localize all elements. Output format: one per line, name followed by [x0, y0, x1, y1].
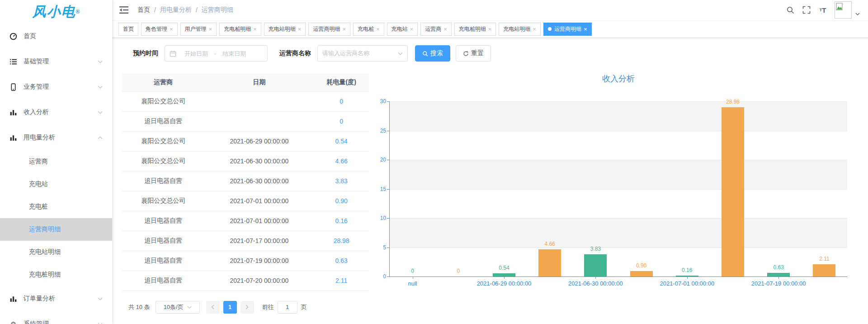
close-icon[interactable]: ×: [488, 26, 492, 32]
table-column-header: 日期: [204, 73, 314, 91]
close-icon[interactable]: ×: [170, 26, 173, 32]
refresh-icon: [463, 51, 469, 57]
sidebar-item-charging-station[interactable]: 充电站: [0, 173, 112, 195]
table-row: 追日电器自营2021-06-30 00:00:003.83: [122, 171, 369, 191]
fullscreen-icon[interactable]: [802, 5, 811, 14]
sidebar-item-electricity-analysis[interactable]: 用电量分析: [0, 125, 112, 150]
avatar[interactable]: [835, 1, 852, 19]
y-axis-line: [389, 101, 390, 276]
font-size-icon[interactable]: TT: [818, 5, 827, 14]
sidebar-item-home[interactable]: 首页: [0, 24, 112, 49]
reset-button[interactable]: 重置: [456, 45, 491, 62]
cell-operator: 追日电器自营: [122, 211, 204, 231]
table-row: 襄阳公交总公司0: [122, 91, 369, 111]
cell-operator: 追日电器自营: [122, 231, 204, 251]
cell-consumption[interactable]: 0.63: [314, 251, 369, 271]
close-icon[interactable]: ×: [253, 26, 257, 32]
close-icon[interactable]: ×: [209, 26, 212, 32]
chevron-down-icon: [98, 59, 103, 64]
x-axis-tick: [595, 276, 596, 279]
sidebar-item-station-detail[interactable]: 充电站明细: [0, 241, 112, 263]
next-page-button[interactable]: [241, 301, 254, 314]
bar: [630, 271, 653, 276]
cell-consumption[interactable]: 0: [314, 111, 369, 131]
tab-charging-pile[interactable]: 充电桩×: [353, 23, 384, 36]
cell-consumption[interactable]: 0.54: [314, 131, 369, 151]
close-icon[interactable]: ×: [410, 26, 414, 32]
sidebar-item-system-management[interactable]: 系统管理: [0, 311, 112, 324]
tab-role-management[interactable]: 角色管理×: [141, 23, 178, 36]
sidebar-item-revenue-analysis[interactable]: 收入分析: [0, 100, 112, 125]
chart-gridline: [390, 131, 847, 131]
cell-date: 2021-07-20 00:00:00: [204, 271, 314, 291]
x-axis-tick: [504, 276, 505, 279]
cell-consumption[interactable]: 2.11: [314, 271, 369, 291]
tab-label: 运营商明细: [313, 25, 340, 33]
search-icon[interactable]: [786, 5, 795, 14]
sidebar-item-operator[interactable]: 运营商: [0, 150, 112, 173]
page-size-select[interactable]: 10条/页: [156, 301, 200, 314]
search-button[interactable]: 搜索: [415, 45, 450, 62]
tab-home[interactable]: 首页: [118, 23, 138, 36]
page-number-button[interactable]: 1: [223, 301, 237, 314]
close-icon[interactable]: ×: [342, 26, 346, 32]
date-filter-label: 预约时间: [133, 49, 158, 57]
close-icon[interactable]: ×: [376, 26, 380, 32]
cell-consumption[interactable]: 3.83: [314, 171, 369, 191]
page-unit-label: 页: [301, 303, 307, 311]
cell-consumption[interactable]: 4.66: [314, 151, 369, 171]
breadcrumb-item-home[interactable]: 首页: [137, 6, 150, 14]
tab-charging-station[interactable]: 充电站×: [387, 23, 418, 36]
bar-value-label: 2.11: [802, 256, 847, 262]
tab-pile-detail-2[interactable]: 充电桩明细×: [454, 23, 496, 36]
sidebar-item-operator-detail[interactable]: 运营商明细: [0, 218, 112, 241]
close-icon[interactable]: ×: [443, 26, 447, 32]
tab-station-detail-2[interactable]: 充电站明细×: [499, 23, 541, 36]
tab-operator[interactable]: 运营商×: [420, 23, 452, 36]
sidebar-item-business-management[interactable]: 业务管理: [0, 74, 112, 100]
chart-split-band: [390, 218, 847, 248]
tab-station-detail-1[interactable]: 充电站明细×: [264, 23, 306, 36]
tab-operator-detail-1[interactable]: 运营商明细×: [308, 23, 350, 36]
cell-consumption[interactable]: 0.90: [314, 191, 369, 211]
cell-date: 2021-06-29 00:00:00: [204, 131, 314, 151]
date-range-picker[interactable]: -: [165, 45, 268, 62]
cell-operator: 襄阳公交总公司: [122, 131, 204, 151]
pagination-total: 共 10 条: [128, 303, 150, 311]
tab-operator-detail-2[interactable]: 运营商明细×: [543, 23, 592, 36]
close-icon[interactable]: ×: [298, 26, 302, 32]
cell-consumption[interactable]: 0: [314, 91, 369, 111]
chevron-down-icon: [98, 321, 103, 324]
prev-page-button[interactable]: [206, 301, 220, 314]
caret-down-icon[interactable]: [855, 9, 860, 17]
breadcrumb-item-electricity-analysis[interactable]: 用电量分析: [160, 6, 192, 14]
sidebar: 风小电® 首页基础管理业务管理收入分析用电量分析运营商充电站充电桩运营商明细充电…: [0, 0, 112, 324]
start-date-input[interactable]: [180, 50, 212, 57]
sidebar-item-pile-detail[interactable]: 充电桩明细: [0, 263, 112, 286]
chevron-up-icon: [98, 135, 103, 140]
tab-pile-detail-1[interactable]: 充电桩明细×: [219, 23, 261, 36]
pagination: 共 10 条 10条/页 1 前往: [128, 301, 369, 314]
goto-page-input[interactable]: [278, 301, 297, 314]
chevron-down-icon: [98, 296, 103, 301]
operator-name-select[interactable]: 请输入运营商名称: [317, 45, 408, 62]
sidebar-item-order-analysis[interactable]: 订单量分析: [0, 286, 112, 311]
app-logo: 风小电®: [0, 0, 112, 24]
end-date-input[interactable]: [218, 50, 250, 57]
close-icon[interactable]: ×: [533, 26, 536, 32]
chart-split-band: [390, 101, 847, 131]
tab-user-management[interactable]: 用户管理×: [180, 23, 217, 36]
operator-filter-label: 运营商名称: [279, 49, 311, 57]
collapse-sidebar-icon[interactable]: [119, 5, 129, 14]
cell-operator: 襄阳公交总公司: [122, 151, 204, 171]
breadcrumb-separator: /: [154, 6, 156, 14]
cell-consumption[interactable]: 28.98: [314, 231, 369, 251]
close-icon[interactable]: ×: [584, 26, 587, 32]
sidebar-item-charging-pile[interactable]: 充电桩: [0, 195, 112, 218]
cell-consumption[interactable]: 0.16: [314, 211, 369, 231]
sidebar-item-label: 订单量分析: [24, 295, 98, 303]
bar-chart-icon: [9, 295, 17, 303]
sidebar-subitem-label: 运营商明细: [29, 225, 61, 233]
sidebar-item-basic-management[interactable]: 基础管理: [0, 49, 112, 74]
sidebar-subitem-label: 充电桩明细: [29, 271, 61, 279]
